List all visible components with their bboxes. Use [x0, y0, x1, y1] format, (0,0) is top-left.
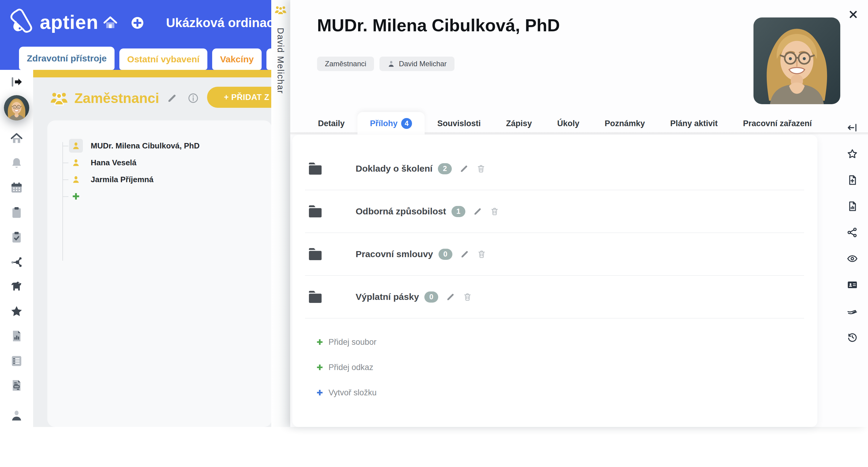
star-outline-icon[interactable] [846, 148, 858, 160]
add-icon[interactable] [130, 16, 145, 30]
aptien-logo-text: aptien [40, 11, 98, 33]
employee-row[interactable]: Hana Veselá [69, 154, 199, 171]
folder-name: Výplatní pásky [355, 292, 419, 302]
top-tab[interactable]: Ostatní vybavení [119, 48, 207, 70]
detail-tab[interactable]: Přílohy 4 [358, 112, 425, 135]
profile-icon[interactable] [10, 409, 23, 422]
folder-icon [307, 289, 324, 305]
calendar-icon[interactable] [10, 181, 23, 195]
edit-folder-icon[interactable] [446, 292, 455, 301]
top-tab[interactable]: Zdravotní přístroje [19, 47, 115, 70]
folder-count-badge: 1 [452, 206, 465, 217]
checklist-icon[interactable] [10, 354, 23, 367]
detail-tab-label: Přílohy [370, 119, 398, 128]
detail-tab-label: Detaily [318, 119, 345, 128]
employee-name: Hana Veselá [91, 158, 136, 167]
clipboard-icon[interactable] [10, 206, 23, 219]
breadcrumb-chip[interactable]: David Melichar [379, 57, 455, 71]
detail-tab[interactable]: Plány aktivit [658, 112, 731, 135]
aptien-logo-icon [8, 8, 37, 37]
workspace-title: Ukázková ordinace [166, 16, 281, 30]
action-link-label: Vytvoř složku [329, 388, 377, 397]
folder-list: Doklady o školení 2 Odborná způsobilost … [305, 147, 804, 319]
detail-tab[interactable]: Zápisy [493, 112, 545, 135]
home-icon[interactable] [10, 132, 23, 145]
detail-tab[interactable]: Souvislosti [425, 112, 493, 135]
detail-tab[interactable]: Úkoly [545, 112, 592, 135]
close-icon[interactable] [848, 10, 858, 19]
action-link[interactable]: Přidej odkaz [316, 355, 817, 380]
sign-out-icon[interactable] [10, 75, 23, 89]
handover-icon[interactable] [846, 305, 858, 317]
folder-icon [307, 160, 324, 177]
add-plus-icon[interactable] [71, 192, 81, 201]
add-employee-row[interactable] [69, 188, 81, 205]
edit-folder-icon[interactable] [473, 207, 482, 216]
pets-icon[interactable] [10, 280, 23, 293]
collapse-left-icon[interactable] [846, 122, 858, 133]
delete-folder-icon[interactable] [463, 292, 472, 301]
employee-photo [753, 18, 840, 104]
file-report-icon[interactable] [846, 201, 858, 212]
employee-name: MUDr. Milena Cibulková, PhD [91, 141, 199, 151]
person-gray-icon [387, 60, 395, 68]
action-link[interactable]: Přidej soubor [316, 329, 817, 355]
people-icon [274, 4, 287, 16]
attachment-actions: Přidej soubor Přidej odkaz Vytvoř složku [316, 329, 817, 405]
notifications-icon[interactable] [10, 157, 23, 170]
delete-folder-icon[interactable] [476, 164, 486, 173]
home-icon[interactable] [102, 15, 118, 31]
employee-tile [69, 139, 83, 153]
detail-tab-label: Poznámky [604, 119, 645, 128]
folder-name: Pracovní smlouvy [355, 249, 433, 259]
breadcrumb-chip-label: Zaměstnanci [325, 60, 366, 68]
info-icon[interactable] [187, 93, 199, 104]
employee-tree: MUDr. Milena Cibulková, PhD Hana Veselá … [62, 137, 199, 188]
folder-icon [307, 203, 324, 220]
tasks-icon[interactable] [10, 231, 23, 244]
employees-panel: Zaměstnanci + PŘIDAT Z MUDr. Milena Cibu… [33, 77, 290, 427]
employee-row[interactable]: Jarmila Příjemná [69, 171, 199, 188]
invoices-icon[interactable] [10, 379, 23, 392]
folder-count-badge: 0 [438, 249, 453, 260]
app-screen: aptien Ukázková ordinace Zdravotní příst… [0, 0, 868, 467]
detail-title: MUDr. Milena Cibulková, PhD [317, 15, 560, 35]
edit-folder-icon[interactable] [460, 249, 469, 259]
person-icon [71, 175, 81, 184]
edit-panel-icon[interactable] [167, 93, 177, 103]
detail-tab[interactable]: Pracovní zařazení [730, 112, 824, 135]
employee-row[interactable]: MUDr. Milena Cibulková, PhD [69, 137, 199, 154]
employee-name: Jarmila Příjemná [91, 175, 153, 184]
top-tab[interactable]: Vakcíny [212, 48, 261, 70]
reports-icon[interactable] [10, 329, 23, 343]
people-icon [50, 89, 68, 107]
folder-row[interactable]: Výplatní pásky 0 [305, 276, 804, 319]
folder-row[interactable]: Pracovní smlouvy 0 [305, 233, 804, 276]
breadcrumb-chip[interactable]: Zaměstnanci [317, 57, 374, 71]
delete-folder-icon[interactable] [490, 207, 499, 216]
employee-tree-add [62, 188, 81, 205]
context-strip[interactable]: David Melichar [271, 0, 290, 427]
avatar-icon[interactable] [4, 95, 29, 121]
detail-tab-label: Zápisy [506, 119, 532, 128]
favorites-icon[interactable] [10, 305, 23, 318]
folder-icon [307, 246, 324, 263]
panel-title: Zaměstnanci [74, 90, 159, 106]
edit-folder-icon[interactable] [460, 164, 469, 173]
action-link[interactable]: Vytvoř složku [316, 380, 817, 405]
folder-row[interactable]: Odborná způsobilost 1 [305, 190, 804, 233]
file-add-icon[interactable] [846, 174, 858, 186]
hub-icon[interactable] [10, 255, 23, 269]
detail-tab[interactable]: Detaily [305, 112, 358, 135]
folder-row[interactable]: Doklady o školení 2 [305, 147, 804, 190]
id-card-icon[interactable] [846, 279, 858, 291]
detail-tab[interactable]: Poznámky [592, 112, 658, 135]
history-icon[interactable] [846, 332, 858, 343]
share-icon[interactable] [846, 227, 858, 238]
employee-tile [69, 172, 83, 187]
plus-icon [316, 338, 324, 346]
delete-folder-icon[interactable] [477, 249, 486, 259]
watch-icon[interactable] [846, 253, 858, 264]
aptien-logo[interactable]: aptien [8, 8, 98, 37]
top-tabs: Zdravotní přístroje Ostatní vybavení Vak… [19, 47, 303, 70]
